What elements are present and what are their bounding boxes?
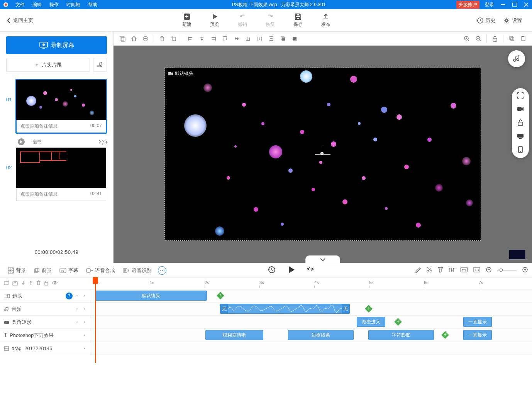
screen-icon[interactable] — [517, 133, 524, 140]
record-screen-button[interactable]: 录制屏幕 — [6, 36, 107, 54]
align-middle-icon[interactable] — [231, 33, 242, 44]
maximize-button[interactable] — [509, 0, 520, 9]
play-button[interactable] — [288, 265, 295, 275]
home-icon[interactable] — [128, 33, 140, 44]
import-icon[interactable] — [12, 280, 18, 287]
keyframe-camera[interactable] — [217, 292, 224, 299]
menu-edit[interactable]: 编辑 — [29, 2, 46, 8]
visibility-icon[interactable] — [52, 281, 58, 286]
canvas-frame[interactable]: 默认镜头 — [164, 68, 481, 241]
copy-icon[interactable] — [506, 33, 517, 44]
send-back-icon[interactable] — [289, 33, 300, 44]
menu-file[interactable]: 文件 — [12, 2, 29, 8]
menu-action[interactable]: 操作 — [46, 2, 63, 8]
menu-help[interactable]: 帮助 — [84, 2, 101, 8]
keyframe-music[interactable] — [365, 305, 373, 313]
mobile-icon[interactable] — [518, 146, 523, 154]
delete-icon[interactable] — [156, 33, 168, 44]
timeline-zoom-in[interactable] — [522, 267, 528, 274]
align-left-icon[interactable] — [185, 33, 196, 44]
collapse-canvas-button[interactable] — [305, 255, 340, 263]
music-button[interactable] — [93, 58, 107, 72]
expand-button[interactable] — [307, 265, 314, 275]
new-button[interactable]: 新建 — [173, 12, 201, 29]
move-up-icon[interactable] — [29, 280, 33, 287]
timeline-ruler[interactable]: 0s 1s 2s 3s 4s 5s 6s 7s — [90, 278, 532, 289]
track-rect-lane[interactable]: 渐变进入 一直显示 — [90, 316, 532, 328]
scene-01-note[interactable]: 点击添加备注信息 — [20, 123, 58, 129]
clip-text-expand[interactable]: 字符膨胀 — [368, 330, 434, 340]
tab-background[interactable]: 背景 — [4, 267, 30, 274]
filter-icon[interactable] — [438, 267, 443, 274]
track-help-icon[interactable]: ? — [66, 293, 73, 299]
add-track-icon[interactable] — [4, 280, 9, 287]
more-icon[interactable] — [140, 33, 151, 44]
tab-foreground[interactable]: 前景 — [30, 267, 56, 274]
keyframe-rect[interactable] — [394, 318, 402, 326]
login-button[interactable]: 登录 — [482, 2, 497, 8]
fit-icon[interactable] — [460, 267, 468, 274]
tabs-more-button[interactable]: ⋯ — [158, 266, 166, 275]
save-button[interactable]: 保存 — [284, 12, 312, 29]
lock-icon[interactable] — [517, 119, 524, 127]
clip-music[interactable]: 无 无 — [220, 304, 350, 314]
history-button[interactable]: 历史 — [473, 17, 499, 24]
scene-02-note[interactable]: 点击添加备注信息 — [20, 191, 58, 197]
clip-rect-show[interactable]: 一直显示 — [463, 317, 492, 327]
music-fab[interactable] — [508, 50, 525, 67]
fullscreen-icon[interactable] — [517, 92, 524, 100]
track-camera-lane[interactable]: 默认镜头 — [90, 289, 532, 302]
align-bottom-icon[interactable] — [242, 33, 254, 44]
distribute-v-icon[interactable] — [266, 33, 277, 44]
move-down-icon[interactable] — [21, 280, 25, 287]
clip-rect-in[interactable]: 渐变进入 — [357, 317, 385, 327]
intro-outro-button[interactable]: ＋片头片尾 — [6, 58, 90, 72]
clip-text-blur[interactable]: 模糊变清晰 — [205, 330, 263, 340]
menu-timeline[interactable]: 时间轴 — [63, 2, 84, 8]
crop-icon[interactable] — [168, 33, 180, 44]
keyframe-text[interactable] — [441, 331, 449, 339]
settings-button[interactable]: 设置 — [499, 17, 526, 24]
clip-text-show[interactable]: 一直显示 — [463, 330, 492, 340]
publish-button[interactable]: 发布 — [312, 12, 340, 29]
playhead[interactable] — [95, 278, 96, 363]
align-right-icon[interactable] — [208, 33, 219, 44]
ratio-icon[interactable]: 1:1 — [473, 267, 480, 274]
camera-icon[interactable] — [517, 106, 524, 113]
adjust-icon[interactable] — [449, 267, 455, 274]
distribute-h-icon[interactable] — [254, 33, 266, 44]
timeline-zoom-slider[interactable] — [497, 267, 517, 273]
tab-asr[interactable]: 语音识别 — [119, 267, 156, 274]
zoom-out-icon[interactable] — [473, 33, 484, 44]
tab-tts[interactable]: 语音合成 — [82, 267, 119, 274]
canvas-stage[interactable]: 默认镜头 — [114, 46, 532, 263]
rewind-button[interactable] — [268, 265, 276, 275]
edit-icon[interactable] — [415, 267, 421, 274]
clip-camera-default[interactable]: 默认镜头 — [95, 291, 207, 301]
redo-button[interactable]: 恢复 — [256, 12, 284, 29]
align-center-h-icon[interactable] — [196, 33, 208, 44]
minimize-button[interactable] — [497, 0, 509, 9]
zoom-in-icon[interactable] — [461, 33, 473, 44]
bring-front-icon[interactable] — [277, 33, 289, 44]
preview-button[interactable]: 预览 — [201, 12, 229, 29]
layers-icon[interactable] — [117, 33, 128, 44]
trash-icon[interactable] — [36, 280, 41, 287]
tab-subtitle[interactable]: cc 字幕 — [56, 267, 82, 274]
scene-01[interactable]: 01 点击添加备注信息 00:07 — [6, 79, 107, 134]
upgrade-button[interactable]: 升级账户 — [456, 1, 479, 9]
transition-row[interactable]: 翻书 2(s) — [6, 137, 107, 147]
lock-track-icon[interactable] — [44, 280, 49, 287]
track-music-lane[interactable]: 无 无 — [90, 303, 532, 315]
back-button[interactable]: 返回主页 — [0, 17, 40, 24]
paste-icon[interactable] — [517, 33, 529, 44]
undo-button[interactable]: 撤销 — [229, 12, 256, 29]
close-button[interactable] — [520, 0, 532, 9]
cut-icon[interactable] — [426, 267, 432, 274]
unlock-icon[interactable] — [489, 33, 501, 44]
mini-preview[interactable] — [509, 250, 526, 260]
align-top-icon[interactable] — [219, 33, 231, 44]
track-drag-lane[interactable] — [90, 342, 532, 355]
scene-02[interactable]: 02 点击添加备注信息 02:41 — [6, 147, 107, 202]
track-text-lane[interactable]: 模糊变清晰 边框线条 字符膨胀 一直显示 — [90, 329, 532, 342]
